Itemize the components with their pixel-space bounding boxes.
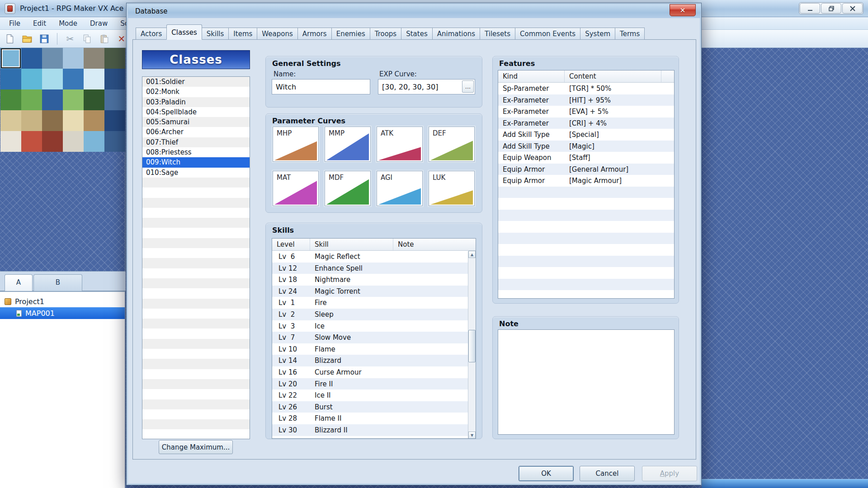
class-list-item[interactable]: 003:Paladin	[142, 97, 250, 107]
tab-tilesets[interactable]: Tilesets	[480, 28, 515, 40]
class-list-item[interactable]: 010:Sage	[142, 168, 250, 178]
feature-empty-row[interactable]	[498, 187, 674, 198]
feature-empty-row[interactable]	[498, 267, 674, 279]
feature-empty-row[interactable]	[498, 256, 674, 267]
feature-row[interactable]: Add Skill Type[Magic]	[498, 141, 674, 152]
tab-skills[interactable]: Skills	[202, 28, 229, 40]
tile[interactable]	[0, 69, 21, 89]
tile[interactable]	[63, 110, 84, 131]
menu-edit[interactable]: Edit	[28, 18, 52, 29]
tab-system[interactable]: System	[580, 28, 615, 40]
palette-tab-a[interactable]: A	[5, 274, 33, 291]
skill-row[interactable]: Lv 12Enhance Spell	[272, 263, 476, 274]
tile[interactable]	[42, 131, 63, 152]
tile[interactable]	[104, 69, 125, 89]
tree-item-map[interactable]: MAP001	[0, 307, 125, 319]
tile[interactable]	[0, 89, 21, 110]
feature-row[interactable]: Ex-Parameter[EVA] + 5%	[498, 106, 674, 117]
scroll-up-icon[interactable]: ▲	[468, 251, 476, 258]
feature-row[interactable]: Ex-Parameter[HIT] + 95%	[498, 94, 674, 106]
tile[interactable]	[84, 48, 104, 69]
skill-row[interactable]: Lv 1Fire	[272, 297, 476, 309]
feature-row[interactable]: Equip Armor[Magic Armour]	[498, 175, 674, 187]
feature-empty-row[interactable]	[498, 244, 674, 256]
curve-def[interactable]: DEF	[429, 127, 475, 162]
class-list-empty-row[interactable]	[142, 419, 250, 429]
skills-table[interactable]: LevelSkillNote Lv 6Magic ReflectLv 12Enh…	[272, 238, 476, 439]
tile[interactable]	[0, 48, 21, 69]
exp-curve-more-button[interactable]: ...	[462, 80, 474, 93]
class-list-empty-row[interactable]	[142, 429, 250, 439]
skill-row[interactable]: Lv 22Ice II	[272, 389, 476, 401]
class-list-item[interactable]: 006:Archer	[142, 127, 250, 137]
feature-row[interactable]: Equip Weapon[Staff]	[498, 152, 674, 164]
skill-row[interactable]: Lv 3Ice	[272, 320, 476, 332]
dialog-titlebar[interactable]: Database	[128, 5, 701, 18]
tile[interactable]	[63, 48, 84, 69]
curve-mmp[interactable]: MMP	[325, 127, 371, 162]
tile-palette[interactable]	[0, 48, 126, 271]
tree-item-project[interactable]: Project1	[0, 296, 125, 307]
tab-states[interactable]: States	[401, 28, 433, 40]
curve-atk[interactable]: ATK	[377, 127, 423, 162]
skill-row[interactable]: Lv 24Magic Torrent	[272, 286, 476, 297]
open-folder-icon[interactable]	[21, 33, 33, 45]
class-list-item[interactable]: 005:Samurai	[142, 117, 250, 127]
tile-grid[interactable]	[0, 48, 125, 152]
tile[interactable]	[84, 89, 104, 110]
minimize-icon[interactable]	[800, 3, 820, 14]
class-list-empty-row[interactable]	[142, 238, 250, 248]
class-list-item[interactable]: 001:Soldier	[142, 77, 250, 87]
curve-mat[interactable]: MAT	[273, 171, 319, 206]
tile[interactable]	[104, 89, 125, 110]
scroll-down-icon[interactable]: ▼	[468, 432, 476, 439]
feature-empty-row[interactable]	[498, 198, 674, 210]
skill-row[interactable]: Lv 7Slow Move	[272, 332, 476, 343]
scrollbar-thumb[interactable]	[468, 330, 476, 362]
feature-row[interactable]: Ex-Parameter[CRI] + 4%	[498, 117, 674, 129]
new-file-icon[interactable]	[4, 33, 16, 45]
class-list-item[interactable]: 007:Thief	[142, 137, 250, 147]
class-list-empty-row[interactable]	[142, 389, 250, 399]
class-list-empty-row[interactable]	[142, 248, 250, 258]
note-textarea[interactable]	[498, 329, 675, 435]
tile[interactable]	[42, 48, 63, 69]
class-list-empty-row[interactable]	[142, 319, 250, 328]
feature-row[interactable]: Add Skill Type[Special]	[498, 129, 674, 141]
tile[interactable]	[21, 89, 42, 110]
class-list-empty-row[interactable]	[142, 268, 250, 278]
tile[interactable]	[21, 48, 42, 69]
tile[interactable]	[21, 69, 42, 89]
tile[interactable]	[104, 131, 125, 152]
skill-row[interactable]: Lv 2Sleep	[272, 309, 476, 320]
features-table[interactable]: KindContent Sp-Parameter[TGR] * 50%Ex-Pa…	[498, 70, 675, 299]
curve-agi[interactable]: AGI	[377, 171, 423, 206]
feature-empty-row[interactable]	[498, 221, 674, 233]
curve-mhp[interactable]: MHP	[273, 127, 319, 162]
tab-armors[interactable]: Armors	[297, 28, 332, 40]
class-list-empty-row[interactable]	[142, 218, 250, 228]
tile[interactable]	[84, 131, 104, 152]
class-list-empty-row[interactable]	[142, 228, 250, 238]
tile[interactable]	[104, 48, 125, 69]
class-list-item[interactable]: 008:Priestess	[142, 147, 250, 157]
tile[interactable]	[63, 69, 84, 89]
skill-row[interactable]: Lv 26Burst	[272, 401, 476, 413]
class-list-empty-row[interactable]	[142, 399, 250, 409]
class-list-empty-row[interactable]	[142, 339, 250, 349]
menu-mode[interactable]: Mode	[53, 18, 83, 29]
menu-file[interactable]: File	[4, 18, 26, 29]
save-icon[interactable]	[38, 33, 51, 45]
exp-curve-input[interactable]	[378, 79, 475, 94]
class-list-item[interactable]: 009:Witch	[142, 157, 250, 167]
skill-row[interactable]: Lv 20Fire II	[272, 378, 476, 390]
close-icon[interactable]: ✕	[670, 4, 696, 16]
tab-items[interactable]: Items	[228, 28, 257, 40]
class-list-empty-row[interactable]	[142, 409, 250, 419]
cut-icon[interactable]: ✂	[64, 33, 76, 45]
tab-enemies[interactable]: Enemies	[331, 28, 370, 40]
tab-classes[interactable]: Classes	[166, 24, 202, 40]
tile[interactable]	[84, 69, 104, 89]
skill-row[interactable]: Lv 18Nightmare	[272, 274, 476, 286]
tile[interactable]	[42, 110, 63, 131]
